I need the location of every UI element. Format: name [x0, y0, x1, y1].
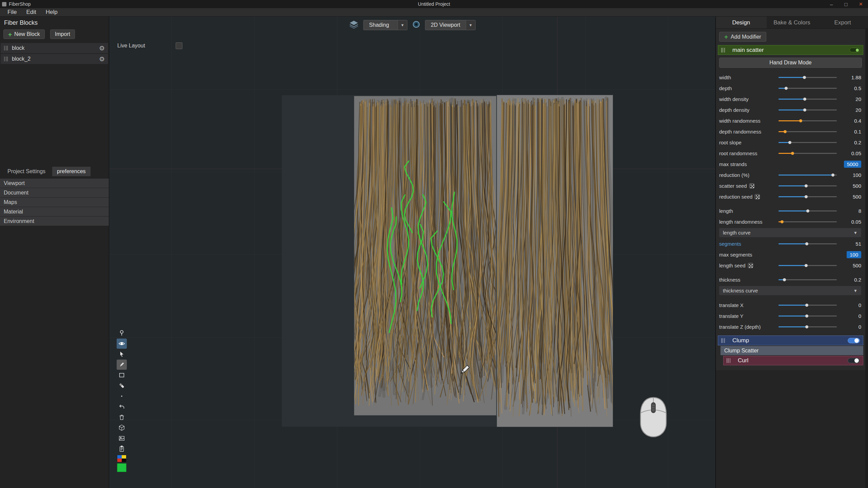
minimize-button[interactable]: –: [830, 1, 833, 7]
color-quad-swatch[interactable]: [117, 455, 126, 462]
tab-bake-colors[interactable]: Bake & Colors: [767, 17, 817, 28]
curve-dropdown-length-curve[interactable]: length curve▼: [719, 228, 861, 237]
slider-handle[interactable]: [785, 87, 788, 90]
param-value[interactable]: 500: [840, 183, 861, 189]
slider-handle[interactable]: [805, 242, 808, 245]
param-slider[interactable]: [778, 305, 837, 306]
param-value[interactable]: 100: [840, 172, 861, 178]
cube-tool-icon[interactable]: [117, 423, 127, 433]
param-slider[interactable]: [778, 99, 837, 100]
settings-tab-preferences[interactable]: preferences: [52, 167, 91, 176]
drag-handle-icon[interactable]: [4, 46, 8, 50]
cursor-tool-icon[interactable]: [117, 349, 127, 359]
param-slider[interactable]: [778, 131, 837, 132]
slider-handle[interactable]: [806, 209, 809, 212]
modifier-curl[interactable]: Curl: [723, 356, 863, 365]
curl-toggle[interactable]: [848, 358, 860, 363]
drag-handle-icon[interactable]: [721, 338, 725, 343]
param-value[interactable]: 5000: [840, 161, 861, 168]
layers-icon[interactable]: [349, 20, 359, 30]
slider-handle[interactable]: [831, 174, 834, 177]
clipboard-icon[interactable]: [117, 444, 127, 454]
param-value[interactable]: 0: [840, 324, 861, 330]
param-value[interactable]: 0.4: [840, 118, 861, 124]
viewport-mode-dropdown[interactable]: 2D Viewport ▼: [425, 20, 476, 30]
brush-size-icon[interactable]: [117, 391, 127, 401]
drag-handle-icon[interactable]: [721, 48, 725, 53]
param-value-field[interactable]: 100: [847, 251, 861, 258]
settings-item-document[interactable]: Document: [0, 188, 109, 197]
menu-item-help[interactable]: Help: [41, 9, 62, 16]
lens-icon[interactable]: [412, 20, 420, 30]
param-slider[interactable]: [778, 153, 837, 154]
tab-design[interactable]: Design: [716, 17, 767, 28]
visibility-tool-icon[interactable]: [117, 339, 127, 349]
gear-icon[interactable]: ⚙: [99, 45, 105, 52]
settings-item-material[interactable]: Material: [0, 207, 109, 216]
import-button[interactable]: Import: [50, 29, 75, 39]
param-value-field[interactable]: 5000: [844, 161, 861, 168]
eraser-tool-icon[interactable]: [117, 381, 127, 391]
swatch-red[interactable]: [117, 459, 122, 462]
dice-icon[interactable]: [755, 194, 760, 199]
slider-handle[interactable]: [805, 264, 808, 267]
dice-icon[interactable]: [749, 183, 754, 188]
scrollbar-gutter[interactable]: [865, 29, 868, 488]
image-tool-icon[interactable]: [117, 433, 127, 443]
main-scatter-header[interactable]: main scatter: [718, 45, 863, 55]
gear-icon[interactable]: ⚙: [99, 56, 105, 62]
param-value[interactable]: 0: [840, 302, 861, 308]
param-value[interactable]: 1.88: [840, 75, 861, 80]
slider-handle[interactable]: [805, 195, 808, 198]
param-slider[interactable]: [778, 175, 837, 176]
param-slider[interactable]: [778, 243, 837, 244]
slider-handle[interactable]: [788, 141, 791, 144]
param-value[interactable]: 0.05: [840, 150, 861, 156]
param-value[interactable]: 100: [840, 251, 861, 258]
slider-handle[interactable]: [805, 184, 808, 187]
live-layout-checkbox[interactable]: [176, 42, 182, 49]
param-slider[interactable]: [778, 120, 837, 121]
drag-handle-icon[interactable]: [727, 358, 730, 363]
slider-handle[interactable]: [781, 220, 784, 223]
add-modifier-button[interactable]: + Add Modifier: [719, 32, 766, 42]
trash-icon[interactable]: [117, 412, 127, 422]
slider-handle[interactable]: [803, 108, 806, 111]
param-value[interactable]: 8: [840, 208, 861, 214]
clump-toggle[interactable]: [848, 338, 860, 343]
param-slider[interactable]: [778, 210, 837, 211]
slider-handle[interactable]: [805, 314, 808, 318]
swatch-blue[interactable]: [117, 455, 122, 459]
swatch-black[interactable]: [122, 459, 126, 462]
param-slider[interactable]: [778, 265, 837, 266]
param-slider[interactable]: [778, 185, 837, 186]
shading-dropdown[interactable]: Shading ▼: [363, 20, 408, 30]
hand-draw-mode-button[interactable]: Hand Draw Mode: [719, 58, 862, 68]
param-slider[interactable]: [778, 316, 837, 317]
slider-handle[interactable]: [805, 304, 808, 307]
settings-item-environment[interactable]: Environment: [0, 217, 109, 226]
param-slider[interactable]: [778, 88, 837, 89]
param-value[interactable]: 0.1: [840, 129, 861, 135]
menu-item-file[interactable]: File: [3, 9, 21, 16]
slider-handle[interactable]: [784, 130, 787, 133]
param-value[interactable]: 0.05: [840, 219, 861, 225]
block-list-item[interactable]: block⚙: [1, 43, 108, 53]
param-slider[interactable]: [778, 77, 837, 78]
param-slider[interactable]: [778, 196, 837, 197]
slider-handle[interactable]: [791, 152, 794, 155]
param-slider[interactable]: [778, 109, 837, 110]
hair-preview-left[interactable]: [354, 96, 496, 415]
param-value[interactable]: 500: [840, 263, 861, 268]
pin-tool-icon[interactable]: [117, 328, 127, 338]
slider-handle[interactable]: [783, 278, 786, 281]
param-value[interactable]: 51: [840, 241, 861, 247]
maximize-button[interactable]: □: [844, 1, 847, 7]
settings-item-maps[interactable]: Maps: [0, 198, 109, 207]
main-scatter-toggle[interactable]: [850, 48, 860, 52]
hair-preview-right[interactable]: [497, 95, 613, 427]
param-value[interactable]: 0.5: [840, 85, 861, 91]
pencil-tool-icon[interactable]: [117, 360, 127, 370]
undo-icon[interactable]: [117, 402, 127, 412]
dice-icon[interactable]: [748, 263, 753, 268]
